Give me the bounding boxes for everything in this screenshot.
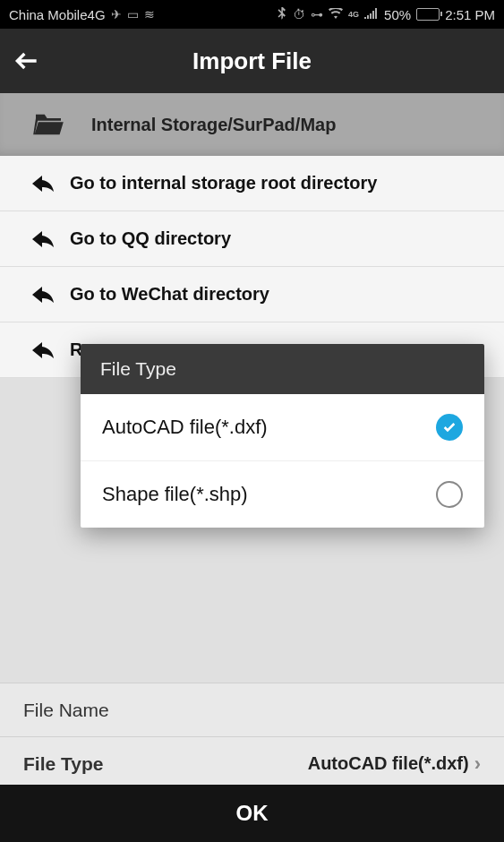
page-title: Import File: [0, 47, 504, 75]
send-icon: ✈: [111, 7, 122, 21]
file-name-label: File Name: [23, 700, 109, 721]
shortcut-qq[interactable]: Go to QQ directory: [0, 211, 504, 267]
return-icon: [32, 284, 54, 305]
shortcut-label: Go to internal storage root directory: [70, 173, 377, 193]
stack-icon: ≋: [144, 7, 155, 21]
bottom-fields: File Name File Type AutoCAD file(*.dxf) …: [0, 683, 504, 785]
status-left: China Mobile4G ✈ ▭ ≋: [9, 7, 155, 22]
radio-empty-icon: [436, 481, 463, 508]
file-type-value-wrap: AutoCAD file(*.dxf) ›: [308, 752, 481, 776]
folder-open-icon: [32, 112, 64, 137]
key-icon: ⊶: [311, 7, 323, 21]
file-type-modal: File Type AutoCAD file(*.dxf) Shape file…: [81, 344, 484, 528]
clock-label: 2:51 PM: [445, 7, 495, 22]
battery-icon: [416, 8, 440, 21]
option-label: AutoCAD file(*.dxf): [102, 416, 268, 439]
ok-button-label: OK: [236, 801, 269, 826]
alarm-icon: ⏱: [293, 7, 305, 21]
shortcut-label: Go to WeChat directory: [70, 284, 269, 305]
current-path-row[interactable]: Internal Storage/SurPad/Map: [0, 93, 504, 156]
current-path-text: Internal Storage/SurPad/Map: [91, 115, 336, 135]
return-icon: [32, 173, 54, 194]
modal-option-shp[interactable]: Shape file(*.shp): [81, 461, 484, 528]
chevron-right-icon: ›: [474, 752, 481, 776]
return-icon: [32, 339, 54, 361]
return-icon: [32, 228, 54, 250]
data-icon: 4G: [348, 10, 359, 19]
bluetooth-icon: [277, 7, 287, 22]
carrier-label: China Mobile4G: [9, 7, 106, 22]
option-label: Shape file(*.shp): [102, 483, 248, 506]
radio-checked-icon: [436, 414, 463, 441]
ok-button[interactable]: OK: [0, 785, 504, 842]
file-type-value: AutoCAD file(*.dxf): [308, 753, 469, 774]
battery-percent: 50%: [384, 7, 411, 22]
back-button[interactable]: [0, 29, 54, 93]
status-bar: China Mobile4G ✈ ▭ ≋ ⏱ ⊶ 4G 50% 2:51 PM: [0, 0, 504, 29]
shortcut-wechat[interactable]: Go to WeChat directory: [0, 267, 504, 322]
file-type-field[interactable]: File Type AutoCAD file(*.dxf) ›: [0, 736, 504, 785]
shortcut-internal-root[interactable]: Go to internal storage root directory: [0, 156, 504, 211]
wifi-icon: [329, 7, 343, 21]
shortcut-label: Go to QQ directory: [70, 228, 231, 249]
file-type-label: File Type: [23, 753, 103, 775]
modal-title: File Type: [81, 344, 484, 394]
file-name-field[interactable]: File Name: [0, 683, 504, 736]
app-bar: Import File: [0, 29, 504, 93]
map-icon: ▭: [127, 7, 139, 21]
status-right: ⏱ ⊶ 4G 50% 2:51 PM: [277, 7, 495, 22]
signal-icon: [364, 7, 379, 21]
modal-option-dxf[interactable]: AutoCAD file(*.dxf): [81, 394, 484, 461]
